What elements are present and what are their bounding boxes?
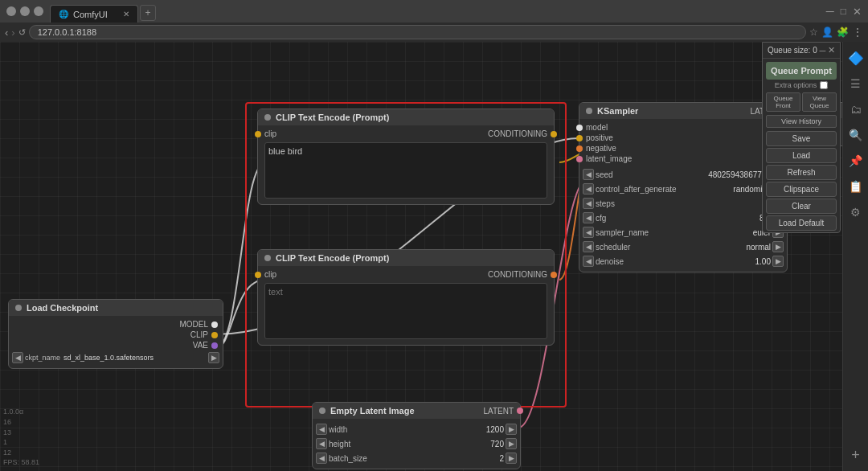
load-default-button[interactable]: Load Default bbox=[766, 215, 837, 231]
ckpt-value: sd_xl_base_1.0.safetensors bbox=[63, 354, 207, 362]
minimize-win-button[interactable]: ─ bbox=[826, 5, 834, 18]
ckpt-prev-button[interactable]: ◀ bbox=[12, 352, 23, 363]
batch-next-btn[interactable]: ▶ bbox=[506, 453, 517, 464]
batch-prev-btn[interactable]: ◀ bbox=[316, 453, 327, 464]
ksampler-dot bbox=[586, 108, 592, 114]
denoise-prev-btn[interactable]: ◀ bbox=[583, 256, 594, 267]
forward-button[interactable]: › bbox=[11, 27, 14, 39]
ksampler-model-port bbox=[576, 125, 583, 131]
ckpt-next-button[interactable]: ▶ bbox=[208, 352, 219, 363]
ksampler-positive-port bbox=[576, 135, 583, 141]
address-input[interactable] bbox=[29, 25, 806, 39]
ksampler-positive-label: positive bbox=[586, 133, 613, 142]
menu-button[interactable]: ⋮ bbox=[852, 26, 863, 39]
sidebar-icon-5[interactable]: 📌 bbox=[846, 151, 866, 170]
queue-close-btn[interactable]: ✕ bbox=[828, 45, 835, 55]
ksampler-scheduler-row: ◀ scheduler normal ▶ bbox=[579, 240, 787, 254]
clip-2-text-input[interactable] bbox=[264, 283, 547, 339]
ksampler-cfg-row: ◀ cfg 8.0 ▶ bbox=[579, 211, 787, 225]
clip-1-output-label: CONDITIONING bbox=[488, 129, 547, 138]
cfg-prev-btn[interactable]: ◀ bbox=[583, 212, 594, 223]
height-prev-btn[interactable]: ◀ bbox=[316, 438, 327, 449]
extra-options-checkbox[interactable] bbox=[820, 81, 828, 89]
clip-2-output-label: CONDITIONING bbox=[488, 270, 547, 279]
sidebar-icon-add[interactable]: + bbox=[846, 445, 866, 465]
canvas-area[interactable]: Load Checkpoint MODEL CLIP VAE ◀ ckpt_na… bbox=[0, 42, 868, 471]
control-prev-btn[interactable]: ◀ bbox=[583, 183, 594, 195]
empty-latent-dot bbox=[319, 408, 326, 414]
ckpt-label: ckpt_name bbox=[25, 354, 60, 362]
sidebar-icon-6[interactable]: 📋 bbox=[846, 177, 866, 196]
queue-minimize-btn[interactable]: ─ bbox=[819, 46, 825, 55]
sidebar-icon-2[interactable]: ☰ bbox=[846, 74, 866, 93]
load-checkpoint-body: MODEL CLIP VAE ◀ ckpt_name sd_xl_base_1.… bbox=[9, 316, 223, 368]
load-checkpoint-node: Load Checkpoint MODEL CLIP VAE ◀ ckpt_na… bbox=[8, 299, 223, 369]
load-button[interactable]: Load bbox=[766, 148, 837, 163]
clip-encode-1-title: CLIP Text Encode (Prompt) bbox=[276, 113, 389, 122]
clip-2-input-port bbox=[255, 272, 261, 278]
output-clip-row: CLIP bbox=[9, 330, 223, 340]
debug-line-1: 1.0.0α bbox=[3, 407, 39, 417]
scheduler-prev-btn[interactable]: ◀ bbox=[583, 241, 594, 252]
view-history-button[interactable]: View History bbox=[766, 115, 837, 128]
browser-chrome: 🌐 ComfyUI ✕ + ─ □ ✕ ‹ › ↺ ☆ 👤 🧩 ⋮ bbox=[0, 0, 868, 42]
debug-line-2: 16 bbox=[3, 417, 39, 428]
browser-sidebar: 🔷 ☰ 🗂 🔍 📌 📋 ⚙ + bbox=[842, 42, 868, 471]
queue-sub-row: Queue Front View Queue bbox=[763, 91, 840, 113]
minimize-button[interactable] bbox=[6, 6, 16, 16]
queue-prompt-button[interactable]: Queue Prompt bbox=[766, 62, 837, 80]
batch-label: batch_size bbox=[329, 454, 497, 463]
sidebar-icon-4[interactable]: 🔍 bbox=[846, 125, 866, 145]
sampler-prev-btn[interactable]: ◀ bbox=[583, 227, 594, 238]
width-value: 1200 bbox=[486, 425, 504, 434]
clear-button[interactable]: Clear bbox=[766, 199, 837, 214]
output-model-row: MODEL bbox=[9, 319, 223, 330]
close-win-button[interactable]: ✕ bbox=[853, 5, 862, 18]
active-tab[interactable]: 🌐 ComfyUI ✕ bbox=[50, 5, 138, 23]
extension-button[interactable]: 🧩 bbox=[837, 27, 849, 38]
sidebar-icon-3[interactable]: 🗂 bbox=[846, 100, 866, 119]
restore-win-button[interactable]: □ bbox=[841, 5, 846, 18]
output-model-port bbox=[211, 322, 218, 328]
clip-1-input-label: clip bbox=[264, 129, 276, 138]
ksampler-steps-row: ◀ steps 20 ▶ bbox=[579, 196, 787, 211]
clip-2-output-port bbox=[551, 272, 557, 278]
ckpt-field-row: ◀ ckpt_name sd_xl_base_1.0.safetensors ▶ bbox=[9, 350, 223, 365]
profile-button[interactable]: 👤 bbox=[821, 27, 833, 38]
ksampler-model-label: model bbox=[586, 123, 608, 132]
steps-prev-btn[interactable]: ◀ bbox=[583, 198, 594, 209]
denoise-next-btn[interactable]: ▶ bbox=[772, 256, 784, 267]
batch-value: 2 bbox=[499, 454, 504, 463]
ksampler-title: KSampler bbox=[597, 106, 638, 116]
bookmark-button[interactable]: ☆ bbox=[809, 27, 818, 38]
back-button[interactable]: ‹ bbox=[5, 27, 8, 39]
empty-latent-image-node: Empty Latent Image LATENT ◀ width 1200 ▶… bbox=[312, 402, 521, 469]
width-next-btn[interactable]: ▶ bbox=[506, 424, 517, 435]
width-prev-btn[interactable]: ◀ bbox=[316, 424, 327, 435]
queue-front-button[interactable]: Queue Front bbox=[766, 92, 800, 112]
close-button[interactable] bbox=[34, 6, 43, 16]
clip-encode-1-header: CLIP Text Encode (Prompt) bbox=[258, 109, 554, 125]
refresh-button[interactable]: Refresh bbox=[766, 165, 837, 180]
sidebar-icon-7[interactable]: ⚙ bbox=[846, 203, 866, 222]
scheduler-next-btn[interactable]: ▶ bbox=[772, 241, 784, 252]
reload-button[interactable]: ↺ bbox=[18, 27, 26, 38]
sidebar-icon-1[interactable]: 🔷 bbox=[846, 48, 866, 68]
tab-close-icon[interactable]: ✕ bbox=[123, 10, 129, 18]
save-button[interactable]: Save bbox=[766, 131, 837, 146]
height-next-btn[interactable]: ▶ bbox=[506, 438, 517, 449]
seed-prev-btn[interactable]: ◀ bbox=[583, 169, 594, 180]
clip-encode-2-header: CLIP Text Encode (Prompt) bbox=[258, 250, 554, 266]
width-field-row: ◀ width 1200 ▶ bbox=[313, 422, 520, 436]
restore-button[interactable] bbox=[20, 6, 30, 16]
window-controls bbox=[6, 6, 43, 16]
clipspace-button[interactable]: Clipspace bbox=[766, 182, 837, 197]
output-vae-port bbox=[211, 342, 218, 349]
node-dot-2 bbox=[264, 255, 271, 261]
title-bar: 🌐 ComfyUI ✕ + ─ □ ✕ bbox=[0, 0, 868, 23]
view-queue-button[interactable]: View Queue bbox=[802, 92, 837, 112]
clip-1-text-input[interactable]: blue bird bbox=[264, 142, 547, 199]
empty-latent-output-label: LATENT bbox=[483, 407, 514, 416]
extra-options-row: Extra options bbox=[763, 80, 840, 91]
new-tab-button[interactable]: + bbox=[140, 5, 156, 21]
